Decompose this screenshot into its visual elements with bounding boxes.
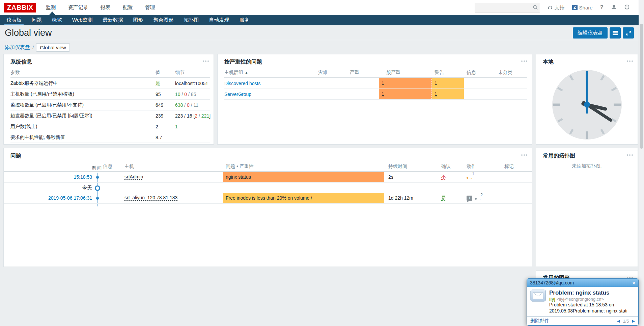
prev-mail-icon[interactable]: ◀ [617,319,620,323]
mail-from-line: liyj <liyj@songrongtong.cn> [549,297,627,302]
mail-notification-popup: 381347268@qq.com × Problem: nginx status… [527,278,639,326]
problem-count[interactable]: 1 [382,80,384,86]
panel-menu-icon[interactable] [627,154,633,156]
timeline-ring-icon [95,185,100,191]
average-cell: 1 [379,89,432,99]
close-icon[interactable]: × [632,280,635,286]
analog-clock [552,69,622,140]
menu-reports[interactable]: 报表 [100,4,110,11]
subnav-dashboard[interactable]: 仪表板 [1,15,27,25]
problem-cell-warning: Free inodes is less than 20% on volume / [223,193,384,203]
subnav-latest-data[interactable]: 最新数据 [98,15,128,25]
next-mail-icon[interactable]: ▶ [632,319,635,323]
problem-count[interactable]: 1 [382,91,384,97]
value: 8.7 [156,135,175,140]
panel-menu-icon[interactable] [521,154,527,156]
zabbix-logo[interactable]: ZABBIX [4,3,36,12]
problems-by-severity-panel: 按严重性的问题 主机群组 ▲ 灾难 严重 一般严重 警告 信息 未分类 Disc… [217,54,532,145]
host-link[interactable]: srtAdmin [124,174,143,180]
scrollbar-thumb[interactable] [640,24,643,149]
profile-button[interactable] [611,4,617,11]
not-classified-cell [496,89,527,99]
host-group-link[interactable]: Discovered hosts [224,81,260,86]
problem-cell-average: nginx status [223,172,384,182]
edit-dashboard-button[interactable]: 编辑仪表盘 [573,27,608,39]
disaster-cell [315,89,347,99]
support-link[interactable]: 支持 [548,4,565,11]
date-separator-label: 今天 [4,182,92,193]
search-input[interactable] [477,4,531,11]
mail-pager: ◀ 1/5 ▶ [617,319,635,324]
action-done-icon[interactable]: 2→ [475,196,481,201]
subnav-discovery[interactable]: 自动发现 [204,15,234,25]
table-row: 监控项数量 (已启用/已禁用/不支持) 649 638 / 0 / 11 [10,100,210,110]
favorite-maps-panel: 常用的拓扑图 未添加拓扑图. [536,148,638,267]
problem-link[interactable]: nginx status [226,174,251,180]
table-header-row: 主机群组 ▲ 灾难 严重 一般严重 警告 信息 未分类 [224,68,527,78]
page-header [0,25,639,40]
active-menu-pointer [49,11,55,15]
subnav-overview[interactable]: 概览 [47,15,67,25]
search-box[interactable] [475,3,540,12]
action-in-progress-icon[interactable]: 1→ [467,175,473,180]
panel-menu-icon[interactable] [203,60,209,62]
delete-mail-link[interactable]: 删除邮件 [530,318,549,324]
fullscreen-button[interactable] [623,27,634,39]
value: 95 [156,92,175,97]
problem-time-link[interactable]: 2019-05-06 17:06:31 [4,193,92,203]
duration: 2s [388,172,393,182]
mail-body-line1: Problem started at 15:18:53 on [549,302,627,308]
subnav-services[interactable]: 服务 [234,15,255,25]
add-dashboard-link[interactable]: 添加仪表盘 [5,44,30,51]
share-link[interactable]: Z Share [572,5,593,10]
table-row: 主机数量 (已启用/已禁用/模板) 95 10 / 0 / 85 [10,89,210,100]
ack-yes-link[interactable]: 是 [441,195,446,201]
col-disaster: 灾难 [315,68,347,77]
share-label: Share [579,5,593,10]
high-cell [347,78,379,89]
table-header-row: 参数 值 细节 [10,68,210,78]
breadcrumb: 添加仪表盘 / Global view [5,43,70,52]
top-menu: 监测 资产记录 报表 配置 管理 [46,4,155,11]
menu-configuration[interactable]: 配置 [122,4,133,11]
panel-menu-icon[interactable] [627,60,633,62]
subnav-web[interactable]: Web监测 [67,15,98,25]
sort-asc-icon: ▲ [245,71,248,75]
user-icon [611,4,617,10]
vertical-scrollbar[interactable] [639,0,644,326]
breadcrumb-current-tab[interactable]: Global view [36,43,70,52]
page-actions: 编辑仪表盘 [573,27,634,39]
mail-page-indicator: 1/5 [623,319,629,324]
average-cell: 1 [379,78,432,89]
help-link[interactable]: ? [600,4,604,11]
signout-button[interactable] [624,4,630,11]
panel-title: 问题 [10,152,21,159]
problem-time-link[interactable]: 15:18:53 [4,172,92,182]
ack-no-link[interactable]: 不 [441,174,446,180]
col-parameter: 参数 [10,70,156,76]
subnav-graphs[interactable]: 图形 [128,15,148,25]
problem-count[interactable]: 1 [435,91,437,97]
subnav-maps[interactable]: 拓扑图 [179,15,204,25]
message-bubble-icon[interactable]: 1 [467,196,472,201]
panel-menu-icon[interactable] [627,277,633,278]
problem-count[interactable]: 1 [435,80,437,86]
subnav-problems[interactable]: 问题 [27,15,47,25]
sort-desc-icon: ▼ [92,165,96,169]
menu-monitoring[interactable]: 监测 [46,4,56,11]
subnav-screens[interactable]: 聚合图形 [148,15,179,25]
menu-inventory[interactable]: 资产记录 [68,4,88,11]
mail-popup-body[interactable]: Problem: nginx status liyj <liyj@songron… [527,287,638,315]
col-host-group[interactable]: 主机群组 ▲ [224,68,315,77]
info-cell [464,89,496,99]
problem-link[interactable]: Free inodes is less than 20% on volume / [226,195,312,201]
panel-title: 本地 [543,58,554,66]
host-link[interactable]: srt_aliyun_120.78.81.183 [124,195,177,201]
details: 10 / 0 / 85 [175,92,210,97]
menu-administration[interactable]: 管理 [145,4,155,11]
panel-menu-icon[interactable] [521,60,527,62]
page-title: Global view [5,28,52,38]
table-row: 触发器数量 (已启用/已禁用 [问题/正常]) 239 223 / 16 [2 … [10,110,210,121]
dashboard-list-button[interactable] [610,27,621,39]
host-group-link[interactable]: ServerGroup [224,92,251,97]
